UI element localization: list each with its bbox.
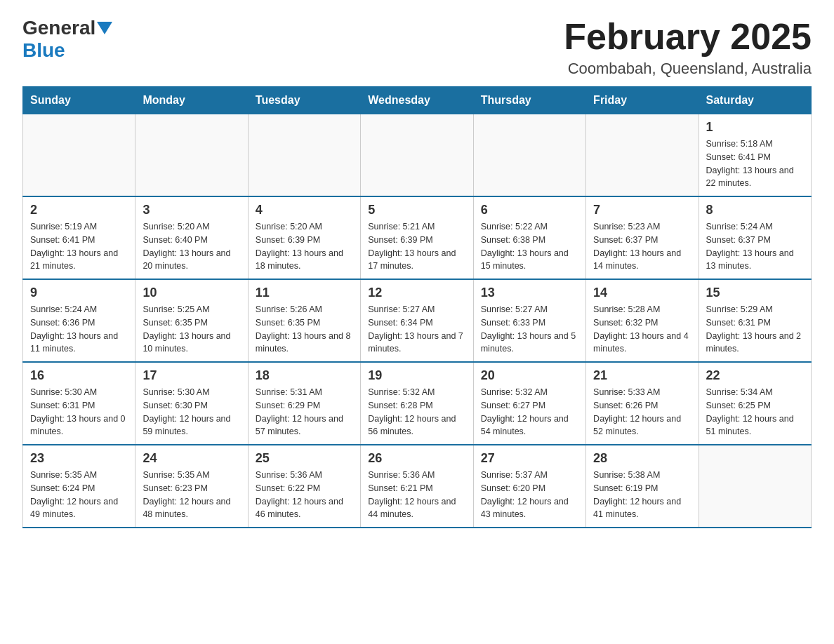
- calendar-table: SundayMondayTuesdayWednesdayThursdayFrid…: [22, 86, 812, 528]
- calendar-cell: [23, 114, 135, 197]
- day-number: 23: [30, 451, 128, 466]
- day-info: Sunrise: 5:34 AM Sunset: 6:25 PM Dayligh…: [706, 387, 794, 436]
- day-number: 17: [143, 368, 240, 383]
- day-info: Sunrise: 5:28 AM Sunset: 6:32 PM Dayligh…: [593, 304, 689, 354]
- day-number: 20: [481, 368, 578, 383]
- day-info: Sunrise: 5:22 AM Sunset: 6:38 PM Dayligh…: [481, 222, 569, 271]
- day-info: Sunrise: 5:24 AM Sunset: 6:37 PM Dayligh…: [706, 222, 794, 271]
- day-number: 27: [481, 451, 578, 466]
- day-info: Sunrise: 5:35 AM Sunset: 6:24 PM Dayligh…: [30, 470, 118, 519]
- day-info: Sunrise: 5:21 AM Sunset: 6:39 PM Dayligh…: [368, 222, 456, 271]
- day-info: Sunrise: 5:36 AM Sunset: 6:22 PM Dayligh…: [256, 470, 343, 519]
- logo-blue-text: Blue: [22, 39, 65, 62]
- day-info: Sunrise: 5:30 AM Sunset: 6:31 PM Dayligh…: [30, 387, 126, 436]
- day-number: 26: [368, 451, 465, 466]
- day-info: Sunrise: 5:35 AM Sunset: 6:23 PM Dayligh…: [143, 470, 230, 519]
- calendar-week-row: 2Sunrise: 5:19 AM Sunset: 6:41 PM Daylig…: [23, 196, 812, 279]
- day-number: 2: [30, 203, 128, 217]
- calendar-cell: 1Sunrise: 5:18 AM Sunset: 6:41 PM Daylig…: [699, 114, 811, 197]
- page-header: General Blue February 2025 Coombabah, Qu…: [22, 17, 812, 78]
- day-info: Sunrise: 5:23 AM Sunset: 6:37 PM Dayligh…: [593, 222, 681, 271]
- calendar-cell: 10Sunrise: 5:25 AM Sunset: 6:35 PM Dayli…: [135, 279, 248, 362]
- day-number: 24: [143, 451, 240, 466]
- day-info: Sunrise: 5:33 AM Sunset: 6:26 PM Dayligh…: [593, 387, 681, 436]
- day-number: 11: [256, 286, 353, 300]
- calendar-week-row: 16Sunrise: 5:30 AM Sunset: 6:31 PM Dayli…: [23, 362, 812, 445]
- calendar-header-wednesday: Wednesday: [361, 87, 473, 114]
- calendar-cell: 8Sunrise: 5:24 AM Sunset: 6:37 PM Daylig…: [699, 196, 811, 279]
- calendar-cell: 13Sunrise: 5:27 AM Sunset: 6:33 PM Dayli…: [473, 279, 585, 362]
- day-info: Sunrise: 5:32 AM Sunset: 6:28 PM Dayligh…: [368, 387, 456, 436]
- day-number: 9: [30, 286, 128, 300]
- calendar-cell: 16Sunrise: 5:30 AM Sunset: 6:31 PM Dayli…: [23, 362, 135, 445]
- calendar-cell: 18Sunrise: 5:31 AM Sunset: 6:29 PM Dayli…: [248, 362, 360, 445]
- day-number: 3: [143, 203, 240, 217]
- calendar-header-tuesday: Tuesday: [248, 87, 360, 114]
- calendar-header-row: SundayMondayTuesdayWednesdayThursdayFrid…: [23, 87, 812, 114]
- day-number: 6: [481, 203, 578, 217]
- day-number: 8: [706, 203, 804, 217]
- day-number: 22: [706, 368, 804, 383]
- day-number: 12: [368, 286, 465, 300]
- calendar-cell: 9Sunrise: 5:24 AM Sunset: 6:36 PM Daylig…: [23, 279, 135, 362]
- day-info: Sunrise: 5:32 AM Sunset: 6:27 PM Dayligh…: [481, 387, 569, 436]
- day-number: 5: [368, 203, 465, 217]
- day-info: Sunrise: 5:27 AM Sunset: 6:33 PM Dayligh…: [481, 304, 576, 354]
- day-info: Sunrise: 5:19 AM Sunset: 6:41 PM Dayligh…: [30, 222, 118, 271]
- calendar-cell: [699, 445, 811, 528]
- day-info: Sunrise: 5:24 AM Sunset: 6:36 PM Dayligh…: [30, 304, 118, 354]
- calendar-cell: 27Sunrise: 5:37 AM Sunset: 6:20 PM Dayli…: [473, 445, 585, 528]
- calendar-cell: 6Sunrise: 5:22 AM Sunset: 6:38 PM Daylig…: [473, 196, 585, 279]
- day-number: 25: [256, 451, 353, 466]
- calendar-cell: [248, 114, 360, 197]
- calendar-cell: 5Sunrise: 5:21 AM Sunset: 6:39 PM Daylig…: [361, 196, 473, 279]
- day-number: 21: [593, 368, 691, 383]
- day-info: Sunrise: 5:26 AM Sunset: 6:35 PM Dayligh…: [256, 304, 351, 354]
- day-info: Sunrise: 5:18 AM Sunset: 6:41 PM Dayligh…: [706, 139, 794, 188]
- day-number: 28: [593, 451, 691, 466]
- calendar-header-monday: Monday: [135, 87, 248, 114]
- month-title: February 2025: [564, 17, 812, 57]
- calendar-cell: [135, 114, 248, 197]
- calendar-cell: [473, 114, 585, 197]
- day-info: Sunrise: 5:20 AM Sunset: 6:40 PM Dayligh…: [143, 222, 230, 271]
- calendar-cell: 14Sunrise: 5:28 AM Sunset: 6:32 PM Dayli…: [586, 279, 699, 362]
- day-number: 4: [256, 203, 353, 217]
- day-info: Sunrise: 5:30 AM Sunset: 6:30 PM Dayligh…: [143, 387, 230, 436]
- calendar-cell: 22Sunrise: 5:34 AM Sunset: 6:25 PM Dayli…: [699, 362, 811, 445]
- calendar-header-saturday: Saturday: [699, 87, 811, 114]
- day-info: Sunrise: 5:29 AM Sunset: 6:31 PM Dayligh…: [706, 304, 802, 354]
- calendar-cell: 15Sunrise: 5:29 AM Sunset: 6:31 PM Dayli…: [699, 279, 811, 362]
- calendar-cell: 21Sunrise: 5:33 AM Sunset: 6:26 PM Dayli…: [586, 362, 699, 445]
- calendar-week-row: 1Sunrise: 5:18 AM Sunset: 6:41 PM Daylig…: [23, 114, 812, 197]
- day-number: 15: [706, 286, 804, 300]
- day-info: Sunrise: 5:37 AM Sunset: 6:20 PM Dayligh…: [481, 470, 569, 519]
- calendar-cell: [361, 114, 473, 197]
- day-info: Sunrise: 5:38 AM Sunset: 6:19 PM Dayligh…: [593, 470, 681, 519]
- day-info: Sunrise: 5:20 AM Sunset: 6:39 PM Dayligh…: [256, 222, 343, 271]
- day-number: 18: [256, 368, 353, 383]
- day-info: Sunrise: 5:27 AM Sunset: 6:34 PM Dayligh…: [368, 304, 463, 354]
- day-number: 14: [593, 286, 691, 300]
- svg-marker-0: [97, 22, 112, 34]
- day-number: 10: [143, 286, 240, 300]
- calendar-cell: [586, 114, 699, 197]
- calendar-cell: 28Sunrise: 5:38 AM Sunset: 6:19 PM Dayli…: [586, 445, 699, 528]
- calendar-cell: 17Sunrise: 5:30 AM Sunset: 6:30 PM Dayli…: [135, 362, 248, 445]
- day-number: 13: [481, 286, 578, 300]
- calendar-cell: 23Sunrise: 5:35 AM Sunset: 6:24 PM Dayli…: [23, 445, 135, 528]
- day-info: Sunrise: 5:36 AM Sunset: 6:21 PM Dayligh…: [368, 470, 456, 519]
- day-number: 7: [593, 203, 691, 217]
- logo: General Blue: [22, 17, 112, 62]
- calendar-cell: 26Sunrise: 5:36 AM Sunset: 6:21 PM Dayli…: [361, 445, 473, 528]
- calendar-cell: 7Sunrise: 5:23 AM Sunset: 6:37 PM Daylig…: [586, 196, 699, 279]
- title-area: February 2025 Coombabah, Queensland, Aus…: [564, 17, 812, 78]
- calendar-header-sunday: Sunday: [23, 87, 135, 114]
- calendar-cell: 24Sunrise: 5:35 AM Sunset: 6:23 PM Dayli…: [135, 445, 248, 528]
- calendar-cell: 2Sunrise: 5:19 AM Sunset: 6:41 PM Daylig…: [23, 196, 135, 279]
- day-number: 1: [706, 120, 804, 135]
- day-info: Sunrise: 5:25 AM Sunset: 6:35 PM Dayligh…: [143, 304, 230, 354]
- calendar-week-row: 9Sunrise: 5:24 AM Sunset: 6:36 PM Daylig…: [23, 279, 812, 362]
- location-title: Coombabah, Queensland, Australia: [564, 60, 812, 78]
- logo-general-text: General: [22, 17, 95, 39]
